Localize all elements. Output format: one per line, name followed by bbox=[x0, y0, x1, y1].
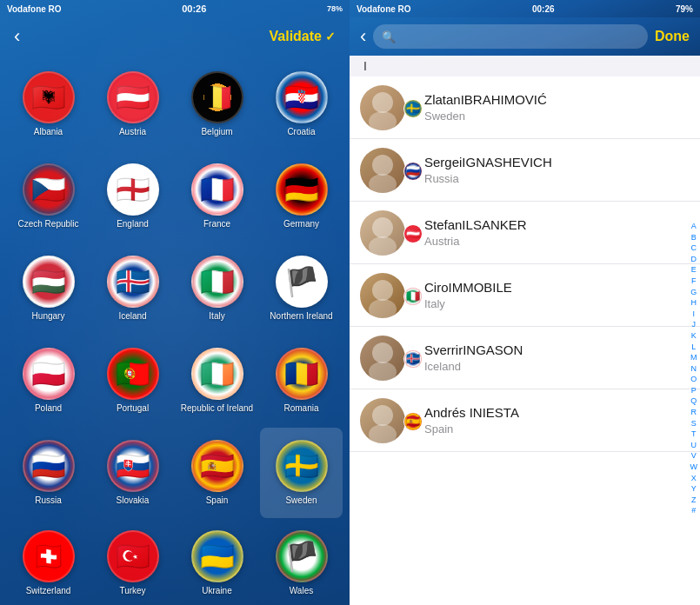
alphabet-letter-z[interactable]: Z bbox=[690, 495, 698, 506]
country-item-spain[interactable]: 🇪🇸Spain bbox=[176, 428, 258, 518]
done-button[interactable]: Done bbox=[655, 29, 690, 44]
alphabet-letter-k[interactable]: K bbox=[690, 330, 698, 342]
player-country-name: Austria bbox=[424, 235, 690, 248]
alphabet-letter-b[interactable]: B bbox=[690, 232, 698, 243]
country-item-italy[interactable]: 🇮🇹Italy bbox=[176, 243, 258, 334]
country-name-label: Italy bbox=[209, 311, 224, 322]
country-name-label: Portugal bbox=[117, 403, 149, 414]
alphabet-letter-#[interactable]: # bbox=[690, 505, 698, 516]
alphabet-letter-d[interactable]: D bbox=[690, 254, 698, 265]
player-item[interactable]: 🇮🇹CiroIMMOBILEItaly bbox=[350, 264, 700, 327]
country-item-poland[interactable]: 🇵🇱Poland bbox=[7, 336, 90, 426]
country-item-switzerland[interactable]: 🇨🇭Switzerland bbox=[7, 525, 90, 602]
country-item-austria[interactable]: 🇦🇹Austria bbox=[91, 59, 174, 150]
player-info: Andrés INIESTASpain bbox=[416, 405, 690, 435]
country-name-label: Turkey bbox=[119, 586, 145, 596]
player-item[interactable]: 🇸🇪ZlatanIBRAHIMOVIĆSweden bbox=[350, 76, 700, 139]
country-flag-hungary: 🇭🇺 bbox=[23, 256, 75, 308]
alphabet-letter-m[interactable]: M bbox=[690, 352, 698, 363]
alphabet-letter-h[interactable]: H bbox=[690, 297, 698, 309]
country-item-russia[interactable]: 🇷🇺Russia bbox=[7, 428, 90, 518]
alphabet-letter-e[interactable]: E bbox=[690, 264, 698, 276]
country-item-belgium[interactable]: 🇧🇪Belgium bbox=[176, 59, 258, 150]
right-time: 00:26 bbox=[532, 4, 555, 14]
country-item-portugal[interactable]: 🇵🇹Portugal bbox=[91, 336, 174, 426]
alphabet-letter-l[interactable]: L bbox=[690, 342, 698, 353]
validate-button[interactable]: Validate ✓ bbox=[270, 29, 336, 44]
country-item-hungary[interactable]: 🇭🇺Hungary bbox=[7, 243, 90, 334]
alphabet-letter-o[interactable]: O bbox=[690, 374, 698, 385]
alphabet-letter-x[interactable]: X bbox=[690, 473, 698, 484]
country-item-albania[interactable]: 🇦🇱Albania bbox=[7, 59, 90, 150]
alphabet-letter-p[interactable]: P bbox=[690, 385, 698, 396]
country-item-iceland[interactable]: 🇮🇸Iceland bbox=[91, 243, 174, 334]
country-item-germany[interactable]: 🇩🇪Germany bbox=[260, 151, 343, 242]
validate-check-icon: ✓ bbox=[325, 30, 336, 43]
country-item-republic-of-ireland[interactable]: 🇮🇪Republic of Ireland bbox=[176, 336, 258, 426]
player-country-name: Russia bbox=[424, 172, 690, 185]
player-info: StefanILSANKERAustria bbox=[416, 217, 690, 248]
svg-point-8 bbox=[372, 342, 393, 363]
bottom-countries: 🇨🇭Switzerland🇹🇷Turkey🇺🇦Ukraine🏴Wales bbox=[0, 525, 350, 605]
player-name: SergeiIGNASHEVICH bbox=[424, 155, 690, 170]
alphabet-index[interactable]: ABCDEFGHIJKLMNOPQRSTUVWXYZ# bbox=[688, 132, 701, 605]
country-item-england[interactable]: 🏴󠁧󠁢󠁥󠁮󠁧󠁿England bbox=[91, 151, 174, 242]
left-time: 00:26 bbox=[182, 3, 206, 14]
alphabet-letter-v[interactable]: V bbox=[690, 450, 698, 462]
country-item-romania[interactable]: 🇷🇴Romania bbox=[260, 336, 343, 426]
alphabet-letter-s[interactable]: S bbox=[690, 418, 698, 429]
player-photo bbox=[360, 210, 405, 256]
country-item-slovakia[interactable]: 🇸🇰Slovakia bbox=[91, 428, 174, 518]
right-header: ‹ 🔍 Done bbox=[350, 17, 700, 56]
country-name-label: Russia bbox=[35, 495, 62, 506]
country-name-label: Northern Ireland bbox=[270, 311, 332, 322]
country-item-sweden[interactable]: 🇸🇪Sweden bbox=[260, 428, 343, 518]
svg-point-0 bbox=[372, 92, 393, 113]
country-flag-italy: 🇮🇹 bbox=[191, 256, 243, 308]
country-name-label: Sweden bbox=[285, 495, 317, 506]
alphabet-letter-i[interactable]: I bbox=[690, 309, 698, 320]
country-flag-belgium: 🇧🇪 bbox=[191, 71, 243, 123]
player-item[interactable]: 🇷🇺SergeiIGNASHEVICHRussia bbox=[350, 139, 700, 202]
player-item[interactable]: 🇪🇸Andrés INIESTASpain bbox=[350, 389, 700, 452]
alphabet-letter-t[interactable]: T bbox=[690, 429, 698, 440]
alphabet-letter-u[interactable]: U bbox=[690, 440, 698, 451]
country-name-label: Poland bbox=[35, 403, 62, 414]
country-item-northern-ireland[interactable]: 🏴Northern Ireland bbox=[260, 243, 343, 334]
left-panel: Vodafone RO 00:26 78% ‹ Validate ✓ 🇦🇱Alb… bbox=[0, 0, 350, 605]
country-item-czech-republic[interactable]: 🇨🇿Czech Republic bbox=[7, 151, 90, 242]
player-item[interactable]: 🇮🇸SverrirINGASONIceland bbox=[350, 327, 700, 389]
right-back-button[interactable]: ‹ bbox=[360, 25, 366, 48]
country-flag: 🇹🇷 bbox=[107, 530, 159, 582]
country-flag-portugal: 🇵🇹 bbox=[107, 348, 159, 400]
alphabet-letter-a[interactable]: A bbox=[690, 221, 698, 232]
country-flag-russia: 🇷🇺 bbox=[23, 440, 75, 492]
alphabet-letter-g[interactable]: G bbox=[690, 287, 698, 298]
country-item-wales[interactable]: 🏴Wales bbox=[260, 525, 343, 602]
player-name: CiroIMMOBILE bbox=[424, 280, 690, 295]
svg-point-2 bbox=[372, 155, 393, 176]
alphabet-letter-r[interactable]: R bbox=[690, 407, 698, 418]
alphabet-letter-n[interactable]: N bbox=[690, 363, 698, 375]
alphabet-letter-j[interactable]: J bbox=[690, 319, 698, 330]
svg-point-9 bbox=[369, 362, 397, 381]
country-flag-iceland: 🇮🇸 bbox=[107, 256, 159, 308]
alphabet-letter-q[interactable]: Q bbox=[690, 396, 698, 407]
player-country-flag: 🇮🇹 bbox=[403, 287, 423, 306]
player-country-flag: 🇸🇪 bbox=[403, 99, 423, 118]
left-back-button[interactable]: ‹ bbox=[14, 25, 20, 48]
country-item-turkey[interactable]: 🇹🇷Turkey bbox=[91, 525, 174, 602]
alphabet-letter-f[interactable]: F bbox=[690, 276, 698, 287]
alphabet-letter-c[interactable]: C bbox=[690, 243, 698, 254]
country-item-croatia[interactable]: 🇭🇷Croatia bbox=[260, 59, 343, 150]
player-photo bbox=[360, 85, 405, 130]
country-item-france[interactable]: 🇫🇷France bbox=[176, 151, 258, 242]
alphabet-letter-y[interactable]: Y bbox=[690, 483, 698, 495]
svg-point-11 bbox=[369, 424, 397, 443]
player-item[interactable]: 🇦🇹StefanILSANKERAustria bbox=[350, 202, 700, 264]
alphabet-letter-w[interactable]: W bbox=[690, 462, 698, 473]
country-item-ukraine[interactable]: 🇺🇦Ukraine bbox=[176, 525, 258, 602]
player-info: CiroIMMOBILEItaly bbox=[416, 280, 690, 310]
search-bar[interactable]: 🔍 bbox=[373, 24, 648, 49]
player-photo bbox=[360, 148, 405, 193]
